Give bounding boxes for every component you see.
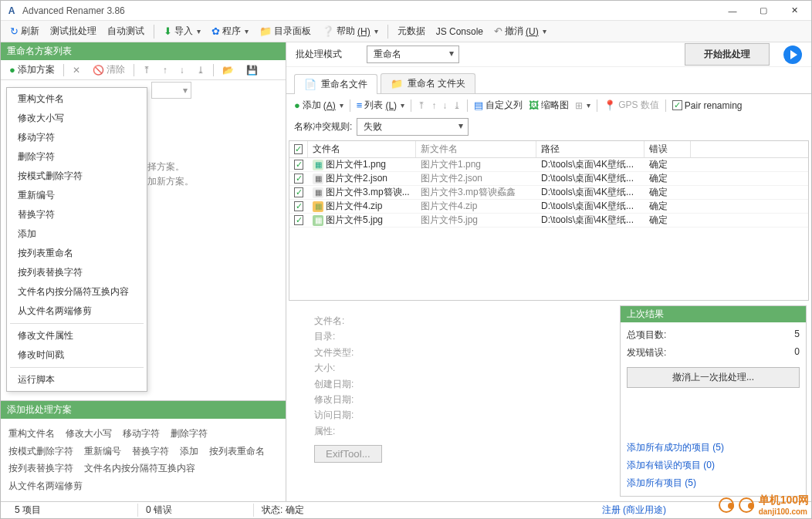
help-label: 帮助 <box>337 25 355 38</box>
add-files-button[interactable]: ● 添加 (A) <box>294 99 343 112</box>
toolbar-separator <box>597 99 597 112</box>
menu-item[interactable]: 重构文件名 <box>7 89 147 109</box>
conflict-label: 名称冲突规则: <box>294 120 352 133</box>
prop-modified: 修改日期: <box>314 392 592 407</box>
menu-item[interactable]: 替换字符 <box>7 205 147 224</box>
metadata-button[interactable]: 元数据 <box>393 22 430 40</box>
batch-method-link[interactable]: 重新编号 <box>84 443 121 460</box>
batch-method-link[interactable]: 重构文件名 <box>8 425 55 443</box>
batch-method-link[interactable]: 文件名内按分隔符互换内容 <box>84 460 195 477</box>
add-successful-link[interactable]: 添加所有成功的项目 (5) <box>627 441 800 454</box>
batch-method-link[interactable]: 从文件名两端修剪 <box>8 477 83 495</box>
program-button[interactable]: ✿ 程序 <box>207 22 253 40</box>
tab-rename-files[interactable]: 📄 重命名文件 <box>294 74 377 94</box>
add-errored-link[interactable]: 添加有错误的项目 (0) <box>627 459 800 472</box>
prop-dir: 目录: <box>314 329 592 344</box>
pair-renaming-toggle[interactable]: Pair renaming <box>672 100 743 111</box>
list-button[interactable]: ≡ 列表 (L) <box>357 99 404 112</box>
menu-item[interactable]: 从文件名两端修剪 <box>7 302 147 321</box>
col-error[interactable]: 错误 <box>645 141 691 157</box>
menu-item[interactable]: 按列表重命名 <box>7 244 147 263</box>
save-button[interactable]: 💾 <box>242 63 262 77</box>
move-up-button[interactable]: ↑ <box>431 100 436 111</box>
start-batch-button[interactable]: 开始批处理 <box>685 43 770 66</box>
titlebar: A Advanced Renamer 3.86 — ▢ ✕ <box>1 1 811 21</box>
move-top-button[interactable]: ⤒ <box>418 100 425 111</box>
refresh-button[interactable]: ↻ 刷新 <box>5 22 44 40</box>
prop-accessed: 访问日期: <box>314 407 592 423</box>
row-checkbox[interactable] <box>294 215 303 225</box>
import-label: 导入 <box>174 25 193 38</box>
batch-method-link[interactable]: 删除字符 <box>171 425 208 443</box>
move-down-button[interactable]: ↓ <box>176 63 188 77</box>
auto-test-button[interactable]: 自动测试 <box>103 22 149 40</box>
menu-item[interactable]: 运行脚本 <box>7 370 147 389</box>
move-down-button[interactable]: ↓ <box>442 100 447 111</box>
import-button[interactable]: ⬇ 导入 <box>159 22 205 40</box>
menu-item[interactable]: 重新编号 <box>7 186 147 205</box>
folder-panel-button[interactable]: 📁 目录面板 <box>255 22 316 40</box>
menu-item[interactable]: 删除字符 <box>7 147 147 167</box>
batch-method-link[interactable]: 按列表重命名 <box>209 443 265 460</box>
thumbnail-button[interactable]: 🖼 缩略图 <box>529 99 569 112</box>
js-console-button[interactable]: JS Console <box>431 24 488 39</box>
clear-button[interactable]: 🚫 清除 <box>89 62 129 78</box>
batch-mode-select[interactable]: 重命名 <box>367 45 459 63</box>
select-all-checkbox[interactable] <box>294 144 303 154</box>
folder-button[interactable]: 📂 <box>218 63 238 77</box>
table-row[interactable]: ▦图片文件5.jpg图片文件5.jpgD:\tools\桌面\4K壁纸...确定 <box>289 214 808 227</box>
add-method-menu: 重构文件名修改大小写移动字符删除字符按模式删除字符重新编号替换字符添加按列表重命… <box>6 87 147 392</box>
move-bottom-button[interactable]: ⤓ <box>193 63 208 77</box>
pair-checkbox[interactable] <box>672 100 682 110</box>
window-close-button[interactable]: ✕ <box>779 2 810 20</box>
tab-rename-folders[interactable]: 📁 重命名 文件夹 <box>381 73 475 93</box>
metadata-label: 元数据 <box>398 25 425 38</box>
conflict-select[interactable]: 失败 <box>357 118 469 136</box>
window-minimize-button[interactable]: — <box>717 2 748 20</box>
batch-method-link[interactable]: 替换字符 <box>132 443 169 460</box>
move-bottom-button[interactable]: ⤓ <box>453 100 461 111</box>
batch-method-link[interactable]: 添加 <box>180 443 198 460</box>
menu-item[interactable]: 修改文件属性 <box>7 326 147 345</box>
help-button[interactable]: ❔ 帮助 (H) <box>317 22 383 40</box>
add-method-button[interactable]: ● 添加方案 <box>5 62 59 78</box>
row-checkbox[interactable] <box>294 160 303 170</box>
batch-method-link[interactable]: 按列表替换字符 <box>8 460 73 477</box>
gps-button[interactable]: 📍 GPS 数值 <box>604 99 659 112</box>
row-checkbox[interactable] <box>294 201 303 211</box>
menu-item[interactable]: 按列表替换字符 <box>7 263 147 282</box>
undo-last-batch-button[interactable]: 撤消上一次批处理... <box>627 367 800 388</box>
batch-method-link[interactable]: 修改大小写 <box>66 425 112 443</box>
undo-button[interactable]: ↶ 撤消 (U) <box>489 22 551 40</box>
custom-columns-button[interactable]: ▤ 自定义列 <box>474 99 523 112</box>
move-up-button[interactable]: ↑ <box>159 63 171 77</box>
register-link[interactable]: 注册 (商业用途) <box>602 504 666 517</box>
custom-col-label: 自定义列 <box>486 99 523 112</box>
toolbar-separator <box>411 99 411 112</box>
col-path[interactable]: 路径 <box>536 141 645 157</box>
menu-item[interactable]: 添加 <box>7 224 147 244</box>
test-batch-button[interactable]: 测试批处理 <box>46 22 101 40</box>
menu-item[interactable]: 修改大小写 <box>7 109 147 128</box>
menu-item[interactable]: 移动字符 <box>7 128 147 147</box>
add-all-link[interactable]: 添加所有项目 (5) <box>627 477 800 490</box>
preset-select[interactable]: ▾ <box>151 82 191 99</box>
app-icon: A <box>5 5 18 17</box>
row-checkbox[interactable] <box>294 187 303 197</box>
menu-item[interactable]: 文件名内按分隔符互换内容 <box>7 282 147 302</box>
col-newname[interactable]: 新文件名 <box>416 141 536 157</box>
row-checkbox[interactable] <box>294 174 303 184</box>
batch-method-link[interactable]: 按模式删除字符 <box>8 443 73 460</box>
start-batch-label: 开始批处理 <box>704 49 750 59</box>
thumb-size-button[interactable]: ⊞ <box>575 100 590 111</box>
col-filename[interactable]: 文件名 <box>308 141 416 157</box>
bottom-area: 文件名: 目录: 文件类型: 大小: 创建日期: 修改日期: 访问日期: 属性:… <box>286 301 811 501</box>
play-button[interactable] <box>783 45 802 64</box>
remove-button[interactable]: ✕ <box>69 63 84 77</box>
window-maximize-button[interactable]: ▢ <box>748 2 779 20</box>
exiftool-button[interactable]: ExifTool... <box>314 445 382 463</box>
menu-item[interactable]: 修改时间戳 <box>7 345 147 365</box>
move-top-button[interactable]: ⤒ <box>139 63 154 77</box>
menu-item[interactable]: 按模式删除字符 <box>7 167 147 186</box>
batch-method-link[interactable]: 移动字符 <box>123 425 160 443</box>
